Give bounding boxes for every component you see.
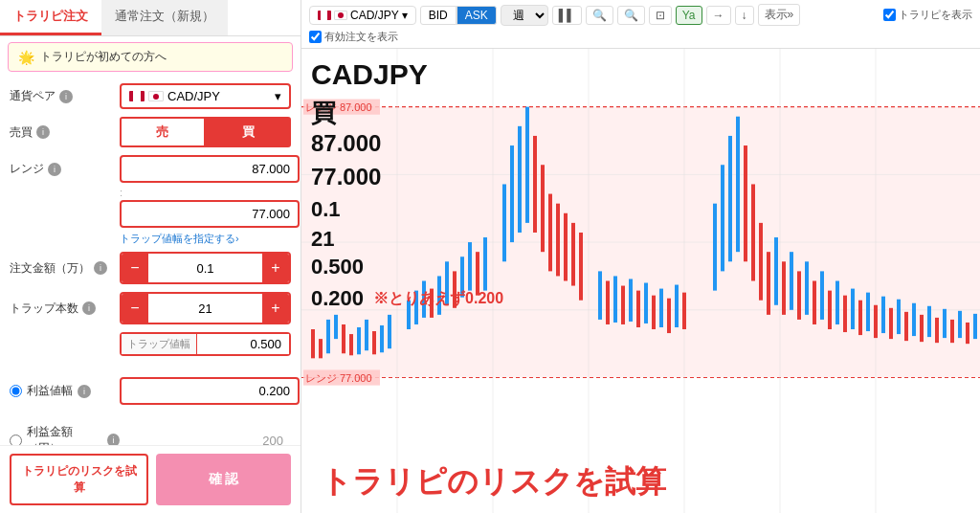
svg-rect-69 <box>828 291 832 329</box>
beginner-banner[interactable]: 🌟 トラリピが初めての方へ <box>8 42 293 72</box>
svg-rect-61 <box>767 252 770 315</box>
svg-rect-11 <box>326 320 330 353</box>
trap-pitch-value: 0.500 <box>197 334 289 354</box>
svg-rect-44 <box>613 276 617 322</box>
svg-rect-80 <box>912 303 916 336</box>
valid-orders-checkbox[interactable]: 有効注文を表示 <box>309 30 398 44</box>
trap-count-label: トラップ本数 i <box>10 301 120 317</box>
svg-rect-38 <box>556 204 560 277</box>
currency-select[interactable]: CAD/JPY ▾ <box>120 83 291 109</box>
svg-rect-17 <box>372 331 376 354</box>
svg-rect-68 <box>820 271 824 320</box>
arrow-right-icon[interactable]: → <box>706 6 731 25</box>
profit-width-input[interactable] <box>120 377 300 405</box>
svg-rect-82 <box>927 306 931 337</box>
sell-button[interactable]: 売 <box>120 117 206 147</box>
svg-rect-75 <box>874 305 878 338</box>
svg-rect-39 <box>564 213 568 281</box>
trap-pitch-link[interactable]: トラップ値幅を指定する› <box>120 232 291 246</box>
svg-rect-24 <box>437 276 441 314</box>
svg-rect-88 <box>973 314 977 339</box>
zoom-in-icon[interactable]: 🔍 <box>617 6 645 25</box>
svg-rect-83 <box>935 318 939 343</box>
chart-japan-flag <box>334 11 347 20</box>
zoom-out-icon[interactable]: 🔍 <box>586 6 613 25</box>
svg-rect-54 <box>713 204 717 291</box>
order-amount-stepper: − 0.1 + <box>120 252 291 284</box>
svg-rect-48 <box>644 283 648 323</box>
svg-text:レンジ 87.000: レンジ 87.000 <box>305 101 371 113</box>
buy-sell-info-icon[interactable]: i <box>36 125 50 139</box>
profit-yen-info-icon[interactable]: i <box>107 434 120 445</box>
svg-rect-30 <box>483 237 487 291</box>
confirm-button[interactable]: 確 認 <box>156 454 291 505</box>
buy-sell-toggle: 売 買 <box>120 117 291 147</box>
svg-rect-9 <box>311 329 315 358</box>
order-amount-row: 注文金額（万） i − 0.1 + <box>10 252 291 284</box>
order-amount-info-icon[interactable]: i <box>94 261 107 275</box>
svg-rect-16 <box>365 320 368 350</box>
currency-info-icon[interactable]: i <box>59 90 73 103</box>
svg-rect-65 <box>797 271 801 320</box>
range-low-input[interactable] <box>120 200 300 228</box>
bar-chart-icon[interactable]: ▌▌ <box>552 6 582 25</box>
svg-rect-35 <box>533 136 537 233</box>
order-amount-minus[interactable]: − <box>122 254 148 282</box>
svg-rect-14 <box>349 334 353 355</box>
tab-normal-order[interactable]: 通常注文（新規） <box>101 0 228 35</box>
tab-toraripi[interactable]: トラリピ注文 <box>0 0 101 35</box>
display-btn[interactable]: 表示» <box>758 4 801 26</box>
trap-count-row: トラップ本数 i − 21 + <box>10 292 291 324</box>
chart-currency-label: CAD/JPY <box>350 9 399 22</box>
svg-rect-20 <box>407 301 411 329</box>
trap-count-info-icon[interactable]: i <box>82 301 96 315</box>
profit-width-radio[interactable] <box>10 385 22 397</box>
download-icon[interactable]: ↓ <box>735 6 754 25</box>
svg-rect-43 <box>606 281 610 324</box>
trap-count-minus[interactable]: − <box>122 294 148 323</box>
svg-rect-55 <box>721 165 724 271</box>
svg-rect-36 <box>541 165 545 252</box>
ask-button[interactable]: ASK <box>457 6 497 25</box>
trap-pitch-label-text: トラップ値幅 <box>122 334 197 354</box>
period-selector[interactable]: 週 <box>501 5 548 26</box>
zoom-fit-icon[interactable]: ⊡ <box>649 6 672 25</box>
svg-rect-27 <box>460 256 464 297</box>
trap-count-value: 21 <box>148 301 262 316</box>
risk-calc-button[interactable]: トラリピのリスクを試算 <box>10 454 148 505</box>
svg-rect-18 <box>380 325 384 352</box>
range-high-input[interactable] <box>120 155 300 183</box>
order-amount-plus[interactable]: + <box>262 254 289 282</box>
range-label: レンジ i <box>10 161 120 177</box>
profit-yen-radio[interactable] <box>10 435 22 446</box>
range-info-icon[interactable]: i <box>48 163 61 176</box>
order-form: 通貨ペア i CAD/JPY ▾ 売買 i <box>0 78 301 445</box>
chart-currency-selector[interactable]: CAD/JPY ▾ <box>309 6 416 25</box>
bid-button[interactable]: BID <box>420 6 457 25</box>
profit-width-info-icon[interactable]: i <box>78 385 91 398</box>
svg-rect-59 <box>751 184 755 280</box>
star-icon: 🌟 <box>18 50 34 65</box>
trap-pitch-row: トラップ値幅 0.500 <box>10 332 291 356</box>
svg-rect-31 <box>502 184 506 261</box>
svg-rect-34 <box>525 107 529 223</box>
trap-pitch-field: トラップ値幅 0.500 <box>120 332 291 356</box>
svg-rect-87 <box>966 323 969 344</box>
currency-pair-label: 通貨ペア i <box>10 88 120 104</box>
svg-rect-10 <box>319 339 323 358</box>
toraripi-display-checkbox[interactable]: トラリピを表示 <box>883 8 972 22</box>
banner-text: トラリピが初めての方へ <box>40 49 167 65</box>
svg-rect-25 <box>445 261 449 304</box>
svg-rect-84 <box>943 309 947 338</box>
y-axis-icon[interactable]: Ya <box>676 6 702 25</box>
svg-rect-76 <box>881 297 885 333</box>
svg-rect-79 <box>904 312 908 341</box>
profit-yen-row: 利益金額（円） i 200 <box>10 424 291 445</box>
chart-canvas: レンジ 87.000 レンジ 77.000 CADJPY 買 87.000 77… <box>301 49 980 513</box>
buy-button[interactable]: 買 <box>206 117 292 147</box>
svg-rect-12 <box>334 315 338 339</box>
trap-count-plus[interactable]: + <box>262 294 289 323</box>
svg-rect-15 <box>357 327 361 354</box>
svg-rect-29 <box>476 252 479 295</box>
currency-value: CAD/JPY <box>167 89 220 103</box>
